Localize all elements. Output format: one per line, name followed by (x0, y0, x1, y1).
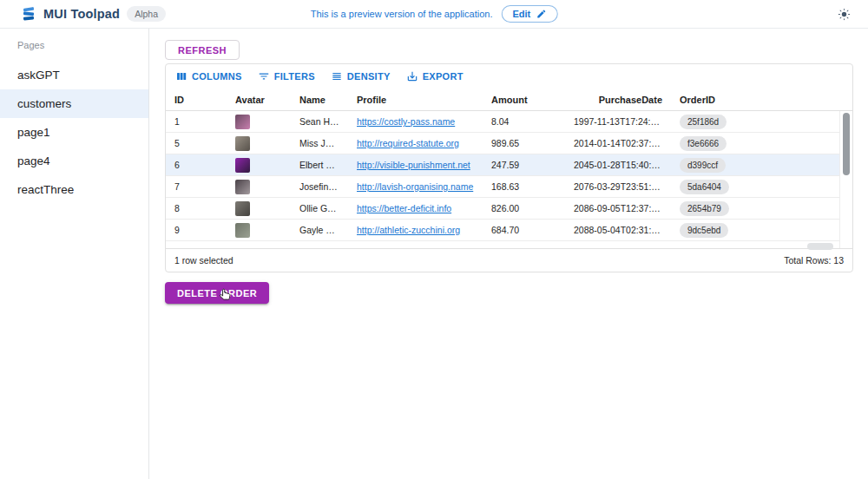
pencil-icon (536, 9, 546, 19)
cell-order-id: 25f186d (671, 115, 839, 129)
cell-order-id: d399ccf (671, 158, 839, 173)
table-row[interactable]: 1Sean Harrishttps://costly-pass.name8.04… (166, 111, 839, 133)
cell-profile: http://visible-punishment.net (348, 160, 483, 170)
sidebar-nav: askGPTcustomerspage1page4reactThree (0, 61, 148, 204)
grid-header-row: IDAvatarNameProfileAmountPurchaseDateOrd… (166, 89, 852, 111)
export-button[interactable]: EXPORT (400, 67, 470, 86)
order-id-chip: 2654b79 (680, 201, 729, 216)
cell-order-id: 2654b79 (671, 201, 839, 216)
sun-icon (838, 8, 851, 21)
order-id-chip: 9dc5ebd (680, 223, 728, 238)
profile-link[interactable]: http://lavish-organising.name (357, 181, 473, 192)
cell-purchase-date: 2088-05-04T02:31:03.294Z (565, 225, 671, 235)
export-icon (406, 70, 418, 82)
sidebar-item-customers[interactable]: customers (0, 89, 148, 118)
order-id-chip: d399ccf (680, 158, 726, 173)
cell-name: Gayle Den... (291, 225, 348, 235)
app-window: MUI Toolpad Alpha This is a preview vers… (0, 0, 868, 479)
density-button[interactable]: DENSITY (325, 67, 397, 86)
filters-icon (258, 70, 270, 82)
profile-link[interactable]: http://required-statute.org (357, 138, 459, 148)
cell-order-id: 5da6404 (671, 180, 839, 194)
delete-order-button[interactable]: DELETE ORDER (165, 282, 269, 304)
cell-purchase-date: 2014-01-14T02:37:28.536Z (565, 138, 671, 148)
avatar-image (235, 136, 250, 151)
alpha-badge: Alpha (127, 6, 166, 22)
refresh-button[interactable]: REFRESH (165, 40, 240, 60)
cell-order-id: 9dc5ebd (671, 223, 839, 238)
grid-rows: 1Sean Harrishttps://costly-pass.name8.04… (166, 111, 839, 248)
filters-button[interactable]: FILTERS (252, 67, 321, 86)
cell-amount: 247.59 (483, 160, 565, 170)
cell-avatar (227, 158, 291, 173)
column-header-id[interactable]: ID (166, 95, 227, 105)
cell-amount: 684.70 (483, 225, 565, 235)
table-row[interactable]: 6Elbert McL...http://visible-punishment.… (166, 154, 839, 176)
cell-amount: 826.00 (483, 203, 565, 213)
cell-name: Sean Harris (291, 116, 348, 127)
order-id-chip: f3e6666 (680, 136, 727, 151)
column-header-profile[interactable]: Profile (348, 95, 483, 105)
cell-amount: 989.65 (483, 138, 565, 148)
order-id-chip: 5da6404 (680, 180, 729, 194)
cell-purchase-date: 2086-09-05T12:37:27.015Z (565, 203, 671, 213)
sidebar-item-reactThree[interactable]: reactThree (0, 175, 148, 204)
profile-link[interactable]: http://visible-punishment.net (357, 160, 470, 170)
horizontal-scrollbar[interactable] (807, 243, 833, 250)
edit-button[interactable]: Edit (501, 5, 557, 23)
cell-avatar (227, 115, 291, 129)
grid-footer: 1 row selected Total Rows: 13 (166, 248, 852, 272)
cell-name: Ollie Green... (291, 203, 348, 213)
column-header-amount[interactable]: Amount (483, 95, 565, 105)
profile-link[interactable]: https://better-deficit.info (357, 203, 451, 213)
cell-name: Josefina P... (291, 181, 348, 192)
vertical-scrollbar[interactable] (843, 113, 850, 175)
table-row[interactable]: 9Gayle Den...http://athletic-zucchini.or… (166, 220, 839, 241)
column-header-avatar[interactable]: Avatar (227, 95, 291, 105)
cell-name: Miss Juan ... (291, 138, 348, 148)
column-header-orderid[interactable]: OrderID (671, 95, 839, 105)
toolbar-button-label: FILTERS (274, 71, 315, 82)
sidebar-item-page1[interactable]: page1 (0, 118, 148, 147)
table-row[interactable]: 7Josefina P...http://lavish-organising.n… (166, 176, 839, 198)
cell-avatar (227, 223, 291, 238)
avatar-image (235, 158, 250, 173)
grid-toolbar: COLUMNSFILTERSDENSITYEXPORT (166, 64, 852, 89)
profile-link[interactable]: http://athletic-zucchini.org (357, 225, 460, 235)
table-row[interactable]: 5Miss Juan ...http://required-statute.or… (166, 133, 839, 154)
cell-profile: http://required-statute.org (348, 138, 483, 148)
profile-link[interactable]: https://costly-pass.name (357, 116, 455, 127)
edit-button-label: Edit (512, 9, 530, 19)
brand: MUI Toolpad Alpha (21, 6, 166, 22)
columns-button[interactable]: COLUMNS (169, 67, 248, 86)
cell-profile: https://better-deficit.info (348, 203, 483, 213)
sidebar-section-label: Pages (0, 36, 148, 61)
cell-profile: https://costly-pass.name (348, 116, 483, 127)
total-rows: Total Rows: 13 (784, 255, 844, 266)
cell-id: 7 (166, 181, 227, 192)
layout: Pages askGPTcustomerspage1page4reactThre… (0, 29, 868, 479)
column-header-purchasedate[interactable]: PurchaseDate (565, 95, 671, 105)
sidebar-item-askGPT[interactable]: askGPT (0, 61, 148, 89)
layers-icon (21, 6, 36, 22)
horizontal-scrollbar-track (166, 241, 839, 252)
avatar-image (235, 223, 250, 238)
cell-id: 8 (166, 203, 227, 213)
cell-avatar (227, 201, 291, 216)
cell-profile: http://athletic-zucchini.org (348, 225, 483, 235)
theme-toggle-button[interactable] (834, 4, 854, 24)
table-row[interactable]: 8Ollie Green...https://better-deficit.in… (166, 198, 839, 220)
cell-purchase-date: 1997-11-13T17:24:11.769Z (565, 116, 671, 127)
cell-id: 9 (166, 225, 227, 235)
avatar-image (235, 180, 250, 194)
cell-purchase-date: 2045-01-28T15:40:06.325Z (565, 160, 671, 170)
toolbar-button-label: COLUMNS (192, 71, 242, 82)
avatar-image (235, 115, 250, 129)
main-content: REFRESH COLUMNSFILTERSDENSITYEXPORT IDAv… (149, 29, 868, 479)
cell-order-id: f3e6666 (671, 136, 839, 151)
cell-id: 5 (166, 138, 227, 148)
column-header-name[interactable]: Name (291, 95, 348, 105)
sidebar-item-page4[interactable]: page4 (0, 147, 148, 175)
preview-text: This is a preview version of the applica… (311, 9, 493, 19)
avatar-image (235, 201, 250, 216)
